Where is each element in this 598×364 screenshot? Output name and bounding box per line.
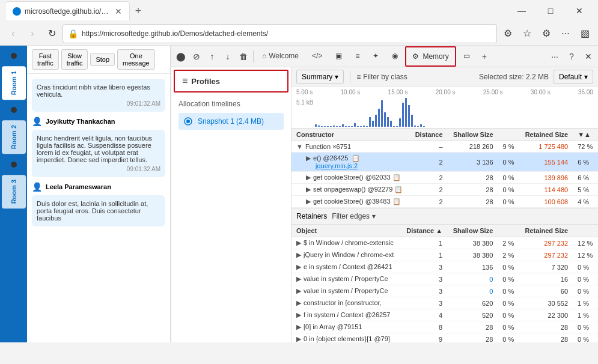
user-icon: 👤	[32, 182, 42, 192]
table-row[interactable]: ▼Function ×6751 – 218 260 9 % 1 725 480 …	[291, 141, 598, 153]
tab-network[interactable]: ✦	[367, 46, 385, 67]
table-row[interactable]: ▶0 in {object elements}[1 @79] 9 28 0 % …	[291, 333, 598, 343]
distance-header[interactable]: Distance ▲	[401, 225, 447, 237]
tab-welcome[interactable]: ⌂ Welcome	[256, 46, 305, 67]
stop-button[interactable]: Stop	[90, 53, 115, 66]
shallow-pct: 0 %	[498, 285, 519, 297]
devtools-help-button[interactable]: ?	[564, 49, 579, 64]
summary-chevron: ▾	[335, 73, 338, 81]
window-controls: — □ ✕	[508, 1, 593, 20]
table-row[interactable]: ▶[0] in Array @79151 8 28 0 % 28 0 %	[291, 321, 598, 333]
sidebar-item-room2[interactable]: Room 2	[2, 120, 26, 154]
table-row[interactable]: ▶jQuery in Window / chrome-ext 1 38 380 …	[291, 249, 598, 261]
message-time: 09:01:32 AM	[37, 100, 160, 107]
snapshot-label: Snapshot 1 (2.4 MB)	[198, 117, 264, 126]
sidebar-item-room3[interactable]: Room 3	[2, 175, 26, 208]
chat-messages: Cras tincidunt nibh vitae libero egestas…	[27, 74, 170, 342]
svg-point-1	[186, 120, 190, 123]
forward-button[interactable]: ›	[24, 25, 41, 42]
close-button[interactable]: ✕	[566, 1, 593, 20]
devtools-more-button[interactable]: ···	[548, 49, 562, 64]
expand-arrow: ▶	[306, 198, 311, 205]
slow-traffic-button[interactable]: Slowtraffic	[61, 49, 88, 70]
expand-arrow: ▶	[306, 186, 311, 193]
active-tab[interactable]: microsoftedge.github.io/Demos/c... ✕	[5, 1, 130, 20]
chart-bar	[336, 126, 338, 127]
summary-label: Summary	[302, 73, 332, 81]
sort-up-icon: ▲	[584, 131, 591, 138]
retained-value: 155 144	[519, 153, 573, 172]
delete-button[interactable]: 🗑	[236, 49, 251, 64]
table-row[interactable]: ▶e() @26425 📋 jquery.min.js:2 2 3 136 0 …	[291, 153, 598, 172]
retained-pct: 12 %	[573, 249, 598, 261]
table-row[interactable]: ▶$ in Window / chrome-extensic 1 38 380 …	[291, 237, 598, 249]
table-row[interactable]: ▶get cookieStore() @39483 📋 2 28 0 % 100…	[291, 196, 598, 208]
record-button[interactable]: ⬤	[174, 49, 188, 64]
constructor-name: ▶set onpageswap() @92279 📋	[291, 184, 410, 196]
address-bar[interactable]: 🔒 https://microsoftedge.github.io/Demos/…	[63, 24, 497, 43]
default-button[interactable]: Default ▾	[554, 70, 593, 84]
browser-settings-button[interactable]: ⚙	[538, 25, 555, 42]
source-link[interactable]: jquery.min.js:2	[306, 162, 358, 169]
navigation-bar: ‹ › ↻ 🔒 https://microsoftedge.github.io/…	[0, 22, 598, 46]
expand-arrow: ▼	[296, 143, 303, 150]
retainers-data-table: Object Distance ▲ Shallow Size Retained …	[291, 225, 598, 342]
retained-value: 22 300	[519, 309, 573, 321]
table-row[interactable]: ▶value in system / PropertyCe 3 0 0 % 16…	[291, 273, 598, 285]
tab-sources[interactable]: ≡	[349, 46, 365, 67]
table-row[interactable]: ▶e in system / Context @26421 3 136 0 % …	[291, 261, 598, 273]
object-name: ▶$ in Window / chrome-extensic	[291, 237, 401, 249]
snapshot-item[interactable]: Snapshot 1 (2.4 MB)	[178, 113, 284, 130]
distance-value: 2	[410, 153, 448, 172]
fast-traffic-button[interactable]: Fasttraffic	[32, 49, 59, 70]
devtools-close-button[interactable]: ✕	[581, 49, 596, 64]
constructor-name: ▶e() @26425 📋 jquery.min.js:2	[291, 153, 410, 172]
table-row[interactable]: ▶set onpageswap() @92279 📋 2 28 0 % 114 …	[291, 184, 598, 196]
summary-button[interactable]: Summary ▾	[296, 70, 344, 84]
tab-close-button[interactable]: ✕	[115, 7, 122, 16]
tab-application[interactable]: ▭	[457, 46, 476, 67]
devtools-toolbar: ⬤ ⊘ ↑ ↓ 🗑 ⌂ Welcome </> ▣ ≡ ✦	[171, 46, 598, 67]
maximize-button[interactable]: □	[537, 1, 564, 20]
minimize-button[interactable]: —	[508, 1, 535, 20]
filter-by-class-button[interactable]: ≡ Filter by class	[356, 73, 407, 81]
shallow-value: 28	[448, 172, 498, 184]
shallow-value: 620	[447, 297, 498, 309]
filter-edges-button[interactable]: Filter edges ▾	[332, 212, 376, 220]
refresh-button[interactable]: ↻	[43, 25, 60, 42]
tab-console[interactable]: ▣	[329, 46, 348, 67]
snapshot-icon	[183, 117, 193, 126]
tab-memory[interactable]: ⚙ Profiles Memory	[405, 46, 456, 67]
table-row[interactable]: ▶f in system / Context @26257 4 520 0 % …	[291, 309, 598, 321]
url-text: https://microsoftedge.github.io/Demos/de…	[82, 29, 268, 38]
more-button[interactable]: ···	[557, 25, 574, 42]
one-message-button[interactable]: Onemessage	[117, 49, 155, 70]
extensions-button[interactable]: ⚙	[499, 25, 516, 42]
bottom-table-header-row: Object Distance ▲ Shallow Size Retained …	[291, 225, 598, 237]
back-button[interactable]: ‹	[5, 25, 22, 42]
table-row[interactable]: ▶constructor in {constructor, 3 620 0 % …	[291, 297, 598, 309]
favorites-button[interactable]: ☆	[519, 25, 535, 42]
clear-button[interactable]: ⊘	[189, 49, 204, 64]
object-name: ▶[0] in Array @79151	[291, 321, 401, 333]
tab-performance[interactable]: ◉	[386, 46, 404, 67]
new-tab-button[interactable]: +	[130, 2, 147, 19]
shallow-pct-header	[498, 225, 519, 237]
shallow-value: 136	[447, 261, 498, 273]
table-row[interactable]: ▶value in system / PropertyCe 3 0 0 % 60…	[291, 285, 598, 297]
load-button[interactable]: ↓	[221, 49, 235, 64]
table-row[interactable]: ▶get cookieStore() @62033 📋 2 28 0 % 139…	[291, 172, 598, 184]
start-button[interactable]: ↑	[205, 49, 219, 64]
tab-elements[interactable]: </>	[306, 46, 328, 67]
profiles-section: Allocation timelines Snapshot 1 (2.4 MB)	[171, 95, 291, 135]
chart-bar	[417, 126, 419, 127]
expand-arrow: ▶	[296, 239, 301, 246]
sidebar-item-room1[interactable]: Room 1	[2, 66, 26, 100]
add-tab-button[interactable]: +	[477, 49, 492, 64]
chart-bar	[357, 126, 359, 127]
sidebar-toggle-button[interactable]: ▧	[576, 25, 593, 42]
chart-bar	[366, 126, 368, 127]
object-name: ▶value in system / PropertyCe	[291, 273, 401, 285]
retained-sort[interactable]: ▼▲	[573, 129, 598, 141]
distance-value: 2	[410, 172, 448, 184]
